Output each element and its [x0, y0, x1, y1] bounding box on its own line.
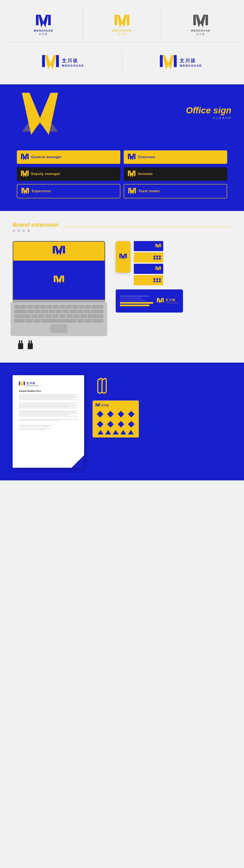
letter-chinese: 文川设 [27, 381, 38, 385]
office-w-large [12, 93, 71, 140]
brand-name-large-1: WENCHUAE [62, 64, 84, 67]
name-card-label-deputy: Deputy manager [31, 172, 60, 176]
svg-marker-4 [117, 15, 127, 27]
svg-rect-35 [28, 188, 29, 193]
svg-rect-21 [21, 154, 22, 159]
pattern-card-brand: 文川设 [101, 404, 109, 407]
letter-body-1 [19, 394, 78, 400]
laptop-area [12, 241, 107, 350]
business-cards-stack [134, 241, 163, 285]
svg-rect-57 [155, 267, 156, 270]
brand-mockups: 文川设 WENCHUAE [12, 241, 232, 350]
svg-rect-23 [27, 154, 29, 159]
svg-rect-0 [36, 15, 38, 25]
svg-marker-52 [121, 254, 126, 259]
svg-rect-2 [48, 15, 51, 25]
svg-rect-51 [120, 254, 121, 258]
name-card-chairman[interactable]: Chairman [124, 150, 227, 164]
brand-chinese-large-1: 文川设 [62, 58, 84, 64]
name-card-team-leader[interactable]: Team leader [124, 184, 227, 198]
logo-large-combo-2: 文川设 WENCHUAE [122, 49, 240, 76]
svg-marker-43 [56, 276, 62, 283]
svg-rect-6 [193, 15, 196, 25]
logo-large-combo-1: 文川设 WENCHUAE [4, 49, 122, 76]
brand-name-large-2: WENCHUAE [180, 64, 202, 67]
name-card-label-chairman: Chairman [138, 155, 155, 159]
svg-rect-50 [31, 340, 32, 344]
name-card-foreman[interactable]: foreman [124, 167, 227, 181]
right-stationery: 文川设 WENCHUAE [116, 241, 232, 313]
phone-cards-row [116, 241, 232, 285]
svg-rect-9 [42, 55, 45, 67]
svg-rect-54 [155, 244, 156, 247]
name-card-logo-gm [21, 153, 29, 161]
name-card-supervisor[interactable]: Supervisor [17, 184, 120, 198]
letter-body-2 [19, 403, 78, 408]
svg-rect-11 [56, 55, 59, 67]
w-logo-yellow [115, 15, 129, 27]
svg-rect-36 [128, 188, 129, 193]
svg-marker-37 [129, 188, 134, 194]
svg-rect-42 [54, 276, 56, 282]
phone-mockup [116, 241, 130, 273]
svg-marker-55 [156, 244, 160, 248]
svg-marker-58 [156, 267, 160, 271]
logo-grid-top: WENCHUAE 文川设 WENCHUAE 文川设 [4, 8, 240, 42]
name-card-label-supervisor: Supervisor [32, 189, 51, 193]
brand-name-blue: WENCHUAE [34, 29, 53, 32]
svg-rect-68 [99, 403, 100, 406]
svg-rect-41 [63, 246, 65, 254]
brand-section-header: Brand extension 品 牌 延 展 [12, 221, 232, 232]
pattern-card: 文川设 [93, 400, 139, 437]
svg-rect-8 [206, 15, 208, 25]
pattern-triangles [95, 430, 136, 435]
brand-chinese-yellow: 文川设 [118, 33, 126, 36]
svg-rect-27 [21, 170, 22, 176]
svg-rect-5 [127, 15, 129, 25]
svg-rect-14 [174, 55, 177, 67]
svg-rect-48 [28, 343, 33, 349]
logo-grid-bottom: 文川设 WENCHUAE 文川设 WENCHUAE [4, 49, 240, 76]
svg-marker-61 [158, 298, 162, 303]
svg-rect-45 [18, 343, 23, 349]
office-section: Office sign 办公室墙示牌 General manager [0, 84, 244, 211]
brand-chinese-blue: 文川设 [39, 33, 48, 36]
svg-rect-33 [22, 188, 23, 193]
letter-paper-container: 文川设 WENCHUAE Sample Headline Here [12, 375, 84, 468]
svg-rect-59 [160, 267, 161, 270]
svg-rect-38 [134, 188, 136, 193]
svg-marker-40 [55, 246, 63, 255]
svg-rect-44 [62, 276, 64, 282]
name-card-logo-foreman [128, 170, 135, 178]
office-top-area: Office sign 办公室墙示牌 [0, 84, 244, 144]
letter-sig-2 [19, 428, 78, 430]
name-card-logo-team-leader [128, 187, 136, 195]
biz-card-blue-1 [134, 241, 163, 251]
pattern-diamonds [95, 410, 136, 429]
svg-marker-64 [20, 381, 24, 386]
w-logo-dark [193, 15, 208, 27]
name-card-deputy[interactable]: Deputy manager [17, 167, 120, 181]
svg-marker-7 [196, 15, 206, 27]
letter-brand-name: WENCHUAE [27, 385, 38, 386]
svg-marker-34 [23, 188, 28, 194]
brand-name-yellow: WENCHUAE [112, 29, 132, 32]
svg-rect-53 [126, 254, 127, 258]
logo-yellow-variant: WENCHUAE 文川设 [83, 8, 161, 42]
brand-extension-subtitle: 品 牌 延 展 [12, 229, 59, 232]
svg-rect-49 [29, 340, 30, 344]
letter-fold-corner [71, 455, 84, 468]
name-card-general-manager[interactable]: General manager [17, 150, 120, 164]
logo-blue-variant: WENCHUAE 文川设 [4, 8, 83, 42]
paperclip-area [97, 377, 112, 396]
svg-rect-18 [12, 120, 22, 132]
svg-marker-1 [38, 15, 48, 27]
binder-clips [17, 340, 107, 350]
svg-rect-47 [21, 340, 22, 344]
svg-rect-3 [115, 15, 117, 25]
pattern-card-logo: 文川设 [95, 403, 136, 407]
letter-sig-1 [19, 425, 78, 427]
w-logo-blue [36, 15, 51, 27]
svg-marker-67 [96, 403, 99, 407]
letterhead-section: 文川设 WENCHUAE Sample Headline Here [0, 363, 244, 480]
